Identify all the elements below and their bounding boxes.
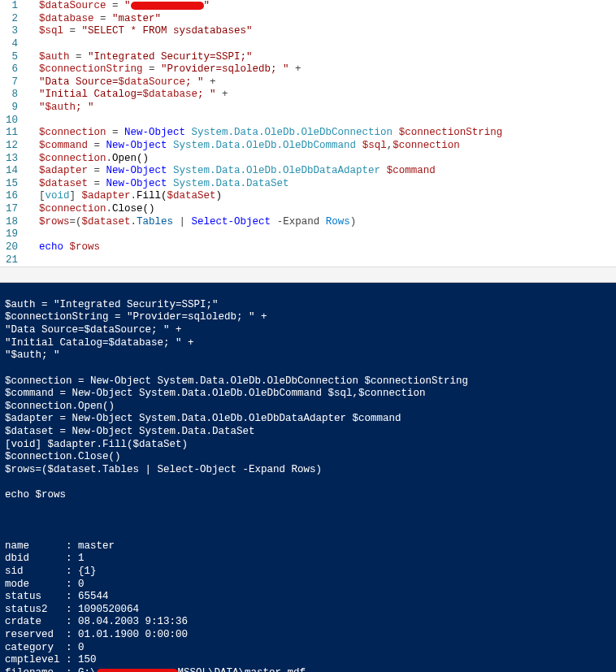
code-token [167,140,174,151]
line-number: 21 [0,254,24,267]
code-content[interactable]: $auth = "Integrated Security=SSPI;" [24,51,616,64]
code-token: ; " [197,89,216,100]
code-line[interactable]: 10 [0,115,616,128]
code-content[interactable] [24,254,616,267]
code-token: = [88,140,106,151]
code-content[interactable]: $command = New-Object System.Data.OleDb.… [24,140,616,153]
code-token: $database [39,13,94,24]
code-line[interactable]: 6$connectionString = "Provider=sqloledb;… [0,63,616,76]
code-content[interactable]: $database = "master" [24,13,616,26]
code-line[interactable]: 19 [0,228,616,241]
code-token: Fill( [137,190,167,202]
code-content[interactable]: $dataset = New-Object System.Data.DataSe… [24,178,616,191]
code-line[interactable]: 4 [0,38,616,51]
code-token [167,178,174,189]
code-line[interactable]: 5$auth = "Integrated Security=SSPI;" [0,51,616,64]
line-number: 18 [0,216,24,229]
code-content[interactable]: "Data Source=$dataSource; " + [24,76,616,89]
code-token: ] [70,190,82,202]
code-line[interactable]: 11$connection = New-Object System.Data.O… [0,127,616,140]
terminal-line: category : 0 [5,642,611,655]
code-content[interactable]: $rows=($dataset.Tables | Select-Object -… [24,216,616,229]
code-line[interactable]: 3$sql = "SELECT * FROM sysdatabases" [0,25,616,38]
code-content[interactable]: $connection.Close() [24,203,616,216]
line-number: 8 [0,89,24,102]
code-line[interactable]: 18$rows=($dataset.Tables | Select-Object… [0,216,616,229]
terminal-line: crdate : 08.04.2003 9:13:36 [5,616,611,629]
terminal-line: echo $rows [5,489,611,502]
terminal-line: $connection = New-Object System.Data.Ole… [5,375,611,388]
line-number: 13 [0,153,24,166]
line-number: 14 [0,165,24,178]
line-number: 12 [0,140,24,153]
terminal-line: $connection.Close() [5,451,611,464]
code-token: " [124,0,131,11]
code-line[interactable]: 8"Initial Catalog=$database; " + [0,89,616,102]
code-token: New-Object [124,127,185,138]
code-line[interactable]: 20echo $rows [0,241,616,254]
code-content[interactable]: $connectionString = "Provider=sqloledb; … [24,63,616,76]
code-editor[interactable]: 1$dataSource = " "2$database = "master"3… [0,0,616,267]
line-number: 17 [0,203,24,216]
code-token: New-Object [106,178,167,189]
code-token: + [216,89,235,100]
code-line[interactable]: 14$adapter = New-Object System.Data.OleD… [0,165,616,178]
code-token: $connection [393,140,460,151]
code-content[interactable]: "Initial Catalog=$database; " + [24,89,616,102]
line-number: 9 [0,102,24,115]
code-content[interactable]: $sql = "SELECT * FROM sysdatabases" [24,25,616,38]
code-token: Open() [112,153,149,164]
code-line[interactable]: 21 [0,254,616,267]
line-number: 16 [0,190,24,203]
code-content[interactable]: $dataSource = " " [24,0,616,13]
code-line[interactable]: 15$dataset = New-Object System.Data.Data… [0,178,616,191]
code-token: ; " [76,102,94,113]
terminal-line [5,362,611,375]
code-token: = [70,51,89,63]
code-content[interactable]: $connection = New-Object System.Data.Ole… [24,127,616,140]
code-line[interactable]: 12$command = New-Object System.Data.OleD… [0,140,616,153]
code-token: = [106,127,125,138]
code-token: ) [350,216,357,228]
code-content[interactable]: $adapter = New-Object System.Data.OleDb.… [24,165,616,178]
code-token: =( [70,216,82,228]
code-content[interactable] [24,228,616,241]
code-token [63,241,70,253]
terminal-line: "Data Source=$dataSource; " + [5,324,611,337]
code-token: $auth [46,102,76,113]
code-token: $rows [70,241,101,253]
code-token: Tables [137,216,173,228]
terminal-line: sid : {1} [5,566,611,579]
code-token: New-Object [106,165,167,176]
code-content[interactable] [24,115,616,128]
line-number: 1 [0,0,24,13]
code-content[interactable] [24,38,616,51]
terminal-line: name : master [5,540,611,553]
code-line[interactable]: 1$dataSource = " " [0,0,616,13]
code-token: $connection [39,203,106,215]
code-line[interactable]: 7"Data Source=$dataSource; " + [0,76,616,89]
code-line[interactable]: 9"$auth; " [0,102,616,115]
code-content[interactable]: $connection.Open() [24,153,616,166]
code-token: System.Data.OleDb.OleDbCommand [173,140,356,151]
terminal-line: "$auth; " [5,349,611,362]
code-token: $dataset [39,178,88,189]
code-token: = [106,0,125,11]
code-token: = [94,13,113,24]
code-line[interactable]: 17$connection.Close() [0,203,616,216]
line-number: 10 [0,115,24,128]
code-token [393,127,399,138]
terminal-line: $command = New-Object System.Data.OleDb.… [5,388,611,401]
code-token: -Expand [271,216,326,228]
code-content[interactable]: echo $rows [24,241,616,254]
splitter-bar[interactable] [0,267,616,283]
code-token: System.Data.DataSet [173,178,289,189]
code-line[interactable]: 13$connection.Open() [0,153,616,166]
code-token: echo [39,241,63,253]
code-line[interactable]: 16[void] $adapter.Fill($dataSet) [0,190,616,203]
code-content[interactable]: "$auth; " [24,102,616,115]
terminal-output[interactable]: $auth = "Integrated Security=SSPI;"$conn… [0,283,616,672]
code-token: . [106,203,113,215]
code-content[interactable]: [void] $adapter.Fill($dataSet) [24,190,616,203]
code-line[interactable]: 2$database = "master" [0,13,616,26]
